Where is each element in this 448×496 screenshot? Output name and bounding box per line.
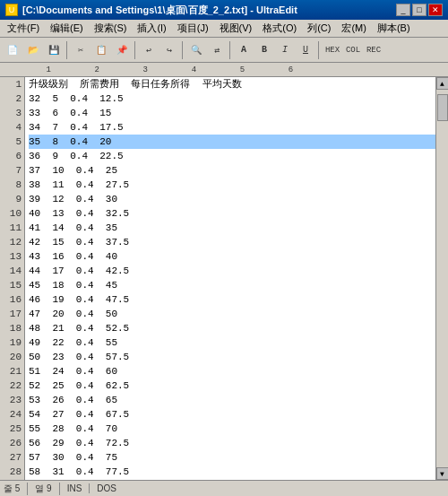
code-line-26[interactable]: 56 29 0.4 72.5 bbox=[29, 436, 435, 450]
save-button[interactable]: 💾 bbox=[44, 40, 64, 60]
line-number-22: 22 bbox=[0, 379, 22, 393]
code-line-19[interactable]: 49 22 0.4 55 bbox=[29, 335, 435, 350]
vertical-scrollbar[interactable]: ▲ ▼ bbox=[435, 77, 448, 480]
line-number-14: 14 bbox=[0, 264, 22, 278]
code-line-23[interactable]: 53 26 0.4 65 bbox=[29, 393, 435, 407]
redo-button[interactable]: ↪ bbox=[159, 40, 179, 60]
line-number-21: 21 bbox=[0, 364, 22, 379]
code-line-20[interactable]: 50 23 0.4 57.5 bbox=[29, 350, 435, 364]
status-line: 줄 5 bbox=[4, 483, 28, 495]
code-line-12[interactable]: 42 15 0.4 37.5 bbox=[29, 235, 435, 249]
ruler: 1 2 3 4 5 6 bbox=[0, 63, 448, 77]
menu-item-项目j[interactable]: 项目(J) bbox=[172, 20, 214, 37]
line-number-26: 26 bbox=[0, 436, 22, 450]
code-line-4[interactable]: 34 7 0.4 17.5 bbox=[29, 120, 435, 135]
open-button[interactable]: 📂 bbox=[23, 40, 43, 60]
code-line-8[interactable]: 38 11 0.4 27.5 bbox=[29, 178, 435, 192]
bold-button[interactable]: B bbox=[254, 40, 274, 60]
code-line-15[interactable]: 45 18 0.4 45 bbox=[29, 278, 435, 292]
code-line-16[interactable]: 46 19 0.4 47.5 bbox=[29, 292, 435, 307]
code-line-7[interactable]: 37 10 0.4 25 bbox=[29, 163, 435, 178]
code-line-13[interactable]: 43 16 0.4 40 bbox=[29, 249, 435, 264]
code-line-25[interactable]: 55 28 0.4 70 bbox=[29, 422, 435, 436]
line-numbers: 1234567891011121314151617181920212223242… bbox=[0, 77, 25, 480]
replace-button[interactable]: ⇄ bbox=[207, 40, 227, 60]
macro-button[interactable]: REC bbox=[364, 40, 383, 60]
find-button[interactable]: 🔍 bbox=[186, 40, 206, 60]
code-line-10[interactable]: 40 13 0.4 32.5 bbox=[29, 206, 435, 221]
scroll-thumb[interactable] bbox=[437, 94, 448, 121]
code-line-29[interactable]: 59 32 0.4 80 bbox=[29, 479, 435, 480]
window-controls: _ □ ✕ bbox=[396, 4, 443, 16]
toolbar-separator-5 bbox=[318, 41, 320, 59]
ruler-text: 1 2 3 4 5 6 bbox=[27, 65, 293, 74]
code-line-3[interactable]: 33 6 0.4 15 bbox=[29, 106, 435, 120]
scroll-down-button[interactable]: ▼ bbox=[436, 467, 449, 480]
line-number-11: 11 bbox=[0, 221, 22, 235]
line-number-2: 2 bbox=[0, 91, 22, 106]
menu-item-列c[interactable]: 列(C) bbox=[302, 20, 336, 37]
code-line-11[interactable]: 41 14 0.4 35 bbox=[29, 221, 435, 235]
hex-button[interactable]: HEX bbox=[323, 40, 342, 60]
line-number-12: 12 bbox=[0, 235, 22, 249]
line-number-29: 29 bbox=[0, 479, 22, 480]
line-number-17: 17 bbox=[0, 307, 22, 321]
toolbar: 📄 📂 💾 ✂ 📋 📌 ↩ ↪ 🔍 ⇄ A B I U HEX COL REC bbox=[0, 38, 448, 63]
code-line-1[interactable]: 升级级别 所需费用 每日任务所得 平均天数 bbox=[29, 77, 435, 91]
status-col: 열 9 bbox=[35, 483, 59, 495]
italic-button[interactable]: I bbox=[275, 40, 295, 60]
status-bar: 줄 5 열 9 INS DOS bbox=[0, 480, 448, 496]
menu-item-宏m[interactable]: 宏(M) bbox=[336, 20, 372, 37]
copy-button[interactable]: 📋 bbox=[91, 40, 111, 60]
cut-button[interactable]: ✂ bbox=[71, 40, 90, 60]
code-line-28[interactable]: 58 31 0.4 77.5 bbox=[29, 465, 435, 479]
code-line-5[interactable]: 35 8 0.4 20 bbox=[29, 135, 435, 149]
line-number-10: 10 bbox=[0, 206, 22, 221]
code-line-14[interactable]: 44 17 0.4 42.5 bbox=[29, 264, 435, 278]
line-number-25: 25 bbox=[0, 422, 22, 436]
line-number-27: 27 bbox=[0, 450, 22, 465]
line-number-9: 9 bbox=[0, 192, 22, 206]
new-button[interactable]: 📄 bbox=[3, 40, 22, 60]
line-number-28: 28 bbox=[0, 465, 22, 479]
scroll-track[interactable] bbox=[436, 90, 448, 467]
code-line-9[interactable]: 39 12 0.4 30 bbox=[29, 192, 435, 206]
toolbar-separator-2 bbox=[134, 41, 136, 59]
toolbar-separator-4 bbox=[229, 41, 231, 59]
code-line-2[interactable]: 32 5 0.4 12.5 bbox=[29, 91, 435, 106]
menu-bar: 文件(F)编辑(E)搜索(S)插入(I)项目(J)视图(V)格式(O)列(C)宏… bbox=[0, 20, 448, 38]
toolbar-separator-1 bbox=[66, 41, 68, 59]
line-number-5: 5 bbox=[0, 135, 22, 149]
line-number-23: 23 bbox=[0, 393, 22, 407]
code-line-27[interactable]: 57 30 0.4 75 bbox=[29, 450, 435, 465]
menu-item-搜索s[interactable]: 搜索(S) bbox=[89, 20, 133, 37]
code-line-24[interactable]: 54 27 0.4 67.5 bbox=[29, 407, 435, 422]
code-line-21[interactable]: 51 24 0.4 60 bbox=[29, 364, 435, 379]
close-button[interactable]: ✕ bbox=[428, 4, 443, 16]
line-number-3: 3 bbox=[0, 106, 22, 120]
menu-item-文件f[interactable]: 文件(F) bbox=[2, 20, 45, 37]
code-line-17[interactable]: 47 20 0.4 50 bbox=[29, 307, 435, 321]
maximize-button[interactable]: □ bbox=[412, 4, 426, 16]
code-line-18[interactable]: 48 21 0.4 52.5 bbox=[29, 321, 435, 335]
code-line-22[interactable]: 52 25 0.4 62.5 bbox=[29, 379, 435, 393]
line-number-8: 8 bbox=[0, 178, 22, 192]
undo-button[interactable]: ↩ bbox=[139, 40, 159, 60]
line-number-7: 7 bbox=[0, 163, 22, 178]
code-area[interactable]: 升级级别 所需费用 每日任务所得 平均天数32 5 0.4 12.533 6 0… bbox=[25, 77, 435, 480]
editor: 1234567891011121314151617181920212223242… bbox=[0, 77, 448, 480]
paste-button[interactable]: 📌 bbox=[112, 40, 132, 60]
menu-item-脚本b[interactable]: 脚本(B) bbox=[372, 20, 416, 37]
line-number-1: 1 bbox=[0, 77, 22, 91]
app-icon: U bbox=[5, 4, 18, 16]
menu-item-视图v[interactable]: 视图(V) bbox=[214, 20, 258, 37]
menu-item-插入i[interactable]: 插入(I) bbox=[132, 20, 171, 37]
code-line-6[interactable]: 36 9 0.4 22.5 bbox=[29, 149, 435, 163]
col-button[interactable]: COL bbox=[343, 40, 363, 60]
menu-item-编辑e[interactable]: 编辑(E) bbox=[45, 20, 89, 37]
minimize-button[interactable]: _ bbox=[396, 4, 410, 16]
menu-item-格式o[interactable]: 格式(O) bbox=[257, 20, 302, 37]
font-button[interactable]: A bbox=[234, 40, 254, 60]
underline-button[interactable]: U bbox=[296, 40, 315, 60]
scroll-up-button[interactable]: ▲ bbox=[436, 77, 449, 90]
